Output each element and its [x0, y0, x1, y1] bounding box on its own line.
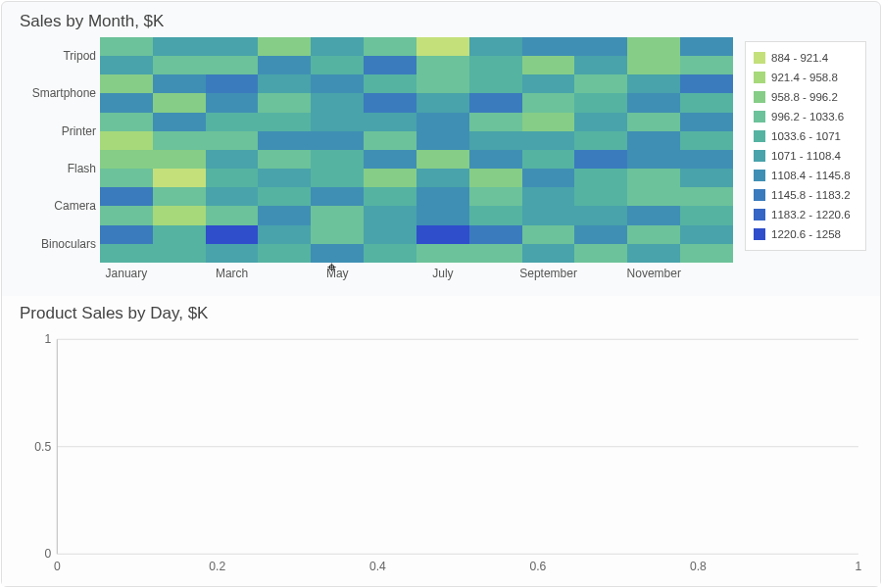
- heatmap-cell[interactable]: [574, 187, 627, 206]
- heatmap-cell[interactable]: [206, 113, 259, 131]
- heatmap-cell[interactable]: [522, 131, 575, 150]
- heatmap-cell[interactable]: [522, 225, 575, 244]
- heatmap-cell[interactable]: [364, 169, 416, 187]
- heatmap-cell[interactable]: [311, 150, 364, 169]
- heatmap-cell[interactable]: [416, 74, 469, 93]
- heatmap-cell[interactable]: [574, 150, 627, 169]
- legend-item[interactable]: 1033.6 - 1071: [754, 126, 858, 146]
- heatmap-cell[interactable]: [416, 169, 469, 187]
- heatmap-cell[interactable]: [258, 113, 311, 131]
- heatmap-cell[interactable]: [153, 206, 206, 224]
- heatmap-cell[interactable]: [100, 113, 153, 131]
- heatmap-cell[interactable]: [574, 56, 627, 74]
- legend-item[interactable]: 1108.4 - 1145.8: [754, 166, 858, 185]
- heatmap-cell[interactable]: [469, 244, 522, 263]
- heatmap-cell[interactable]: [680, 206, 733, 224]
- heatmap-cell[interactable]: [153, 37, 206, 56]
- heatmap-cell[interactable]: [469, 74, 522, 93]
- heatmap-cell[interactable]: [100, 225, 153, 244]
- heatmap-cell[interactable]: [627, 37, 680, 56]
- heatmap-cell[interactable]: [522, 74, 575, 93]
- heatmap-cell[interactable]: [311, 37, 364, 56]
- heatmap-cell[interactable]: [416, 93, 469, 112]
- heatmap-cell[interactable]: [574, 93, 627, 112]
- heatmap-cell[interactable]: [206, 131, 259, 150]
- heatmap-cell[interactable]: [574, 74, 627, 93]
- heatmap-cell[interactable]: [364, 244, 416, 263]
- heatmap-cell[interactable]: [627, 169, 680, 187]
- legend-item[interactable]: 1183.2 - 1220.6: [754, 205, 858, 224]
- heatmap-cell[interactable]: [153, 150, 206, 169]
- legend-item[interactable]: 884 - 921.4: [754, 48, 858, 68]
- heatmap-cell[interactable]: [627, 74, 680, 93]
- heatmap-cell[interactable]: [153, 56, 206, 74]
- heatmap-cell[interactable]: [416, 37, 469, 56]
- heatmap-cell[interactable]: [258, 74, 311, 93]
- heatmap-cell[interactable]: [680, 169, 733, 187]
- heatmap-cell[interactable]: [522, 37, 575, 56]
- heatmap-cell[interactable]: [258, 131, 311, 150]
- heatmap-cell[interactable]: [206, 74, 259, 93]
- heatmap-cell[interactable]: [416, 187, 469, 206]
- heatmap-cell[interactable]: [311, 225, 364, 244]
- heatmap-grid[interactable]: [100, 37, 733, 263]
- heatmap-cell[interactable]: [469, 187, 522, 206]
- legend-item[interactable]: 1220.6 - 1258: [754, 224, 858, 244]
- heatmap-cell[interactable]: [364, 93, 416, 112]
- heatmap-cell[interactable]: [206, 225, 259, 244]
- heatmap-cell[interactable]: [574, 244, 627, 263]
- heatmap-cell[interactable]: [680, 93, 733, 112]
- heatmap-cell[interactable]: [153, 113, 206, 131]
- heatmap-cell[interactable]: [153, 169, 206, 187]
- heatmap-cell[interactable]: [153, 93, 206, 112]
- heatmap-cell[interactable]: [311, 74, 364, 93]
- heatmap-cell[interactable]: [258, 169, 311, 187]
- legend-item[interactable]: 1145.8 - 1183.2: [754, 185, 858, 205]
- heatmap-cell[interactable]: [680, 150, 733, 169]
- heatmap-cell[interactable]: [416, 225, 469, 244]
- linechart-plot-area[interactable]: 10.5000.20.40.60.81: [33, 333, 866, 576]
- heatmap-cell[interactable]: [680, 131, 733, 150]
- heatmap-cell[interactable]: [574, 169, 627, 187]
- heatmap-cell[interactable]: [522, 56, 575, 74]
- heatmap-cell[interactable]: [627, 187, 680, 206]
- heatmap-cell[interactable]: [100, 150, 153, 169]
- heatmap-cell[interactable]: [311, 131, 364, 150]
- heatmap-cell[interactable]: [627, 244, 680, 263]
- heatmap-cell[interactable]: [416, 56, 469, 74]
- heatmap-cell[interactable]: [627, 56, 680, 74]
- heatmap-cell[interactable]: [469, 131, 522, 150]
- heatmap-cell[interactable]: [522, 150, 575, 169]
- heatmap-cell[interactable]: [469, 93, 522, 112]
- heatmap-cell[interactable]: [627, 206, 680, 224]
- heatmap-cell[interactable]: [206, 206, 259, 224]
- heatmap-cell[interactable]: [469, 113, 522, 131]
- heatmap-cell[interactable]: [627, 225, 680, 244]
- heatmap-cell[interactable]: [100, 187, 153, 206]
- heatmap-cell[interactable]: [206, 150, 259, 169]
- heatmap-cell[interactable]: [100, 206, 153, 224]
- heatmap-cell[interactable]: [258, 93, 311, 112]
- heatmap-cell[interactable]: [100, 93, 153, 112]
- heatmap-cell[interactable]: [680, 225, 733, 244]
- heatmap-cell[interactable]: [258, 225, 311, 244]
- heatmap-cell[interactable]: [522, 206, 575, 224]
- heatmap-cell[interactable]: [153, 225, 206, 244]
- legend-item[interactable]: 921.4 - 958.8: [754, 68, 858, 87]
- heatmap-cell[interactable]: [258, 150, 311, 169]
- heatmap-cell[interactable]: [416, 244, 469, 263]
- heatmap-cell[interactable]: [100, 131, 153, 150]
- heatmap-cell[interactable]: [206, 187, 259, 206]
- legend-item[interactable]: 996.2 - 1033.6: [754, 107, 858, 126]
- heatmap-cell[interactable]: [416, 206, 469, 224]
- heatmap-cell[interactable]: [416, 131, 469, 150]
- heatmap-cell[interactable]: [153, 187, 206, 206]
- heatmap-cell[interactable]: [574, 131, 627, 150]
- heatmap-cell[interactable]: [153, 244, 206, 263]
- heatmap-cell[interactable]: [100, 37, 153, 56]
- legend-item[interactable]: 1071 - 1108.4: [754, 146, 858, 166]
- heatmap-cell[interactable]: [680, 37, 733, 56]
- heatmap-cell[interactable]: [469, 56, 522, 74]
- heatmap-cell[interactable]: [364, 206, 416, 224]
- heatmap-cell[interactable]: [627, 131, 680, 150]
